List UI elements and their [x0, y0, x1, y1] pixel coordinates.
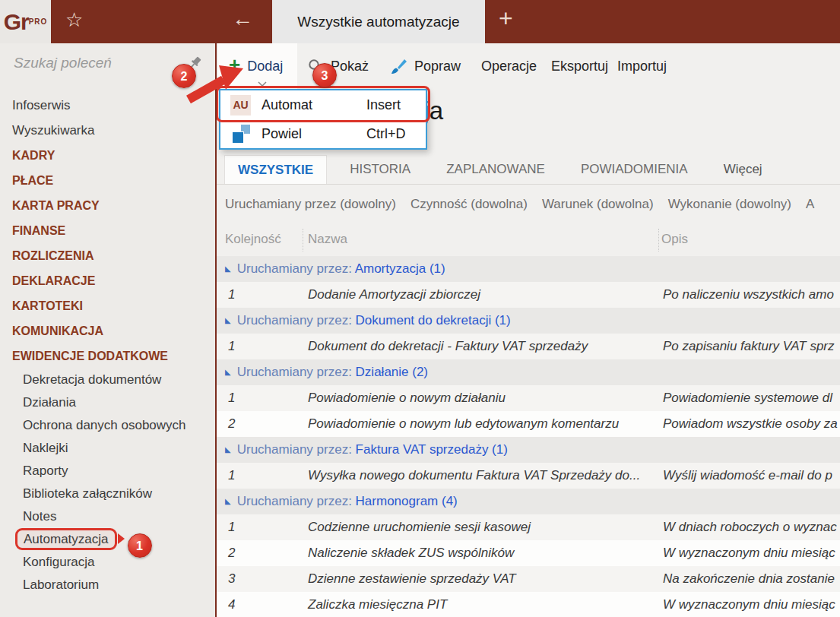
sidebar-item-laboratorium[interactable]: Laboratorium — [0, 574, 215, 596]
filter-wykonanie-dowolny-[interactable]: Wykonanie (dowolny) — [668, 197, 791, 211]
add-button[interactable]: + Dodaj — [218, 43, 297, 89]
table-row[interactable]: 1Wysyłka nowego dokumentu Faktura VAT Sp… — [217, 463, 840, 489]
annotation-badge-1: 1 — [128, 533, 152, 558]
import-button-label: Importuj — [617, 59, 667, 74]
operations-button[interactable]: Operacje — [481, 43, 537, 89]
menu-item-automat[interactable]: AU Automat Insert — [220, 90, 426, 119]
show-button[interactable]: Pokaż — [308, 43, 369, 89]
table-row[interactable]: 3Dzienne zestawienie sprzedaży VATNa zak… — [217, 566, 840, 592]
table-row[interactable]: 4Zaliczka miesięczna PITW wyznaczonym dn… — [217, 592, 840, 617]
sidebar-item-label: DEKLARACJE — [12, 274, 95, 287]
sidebar-item-deklaracje[interactable]: DEKLARACJE — [0, 268, 215, 293]
column-header-name[interactable]: Nazwa — [308, 232, 347, 247]
cell-desc: Na zakończenie dnia zostanie — [663, 566, 835, 592]
sidebar-item-label: Konfiguracja — [23, 555, 95, 569]
column-header-order[interactable]: Kolejność — [225, 232, 281, 247]
sidebar-item-płace[interactable]: PŁACE — [0, 168, 215, 193]
tab-powiadomienia[interactable]: POWIADOMIENIA — [568, 155, 701, 184]
tab-historia[interactable]: HISTORIA — [337, 155, 423, 184]
sidebar-item-karta-pracy[interactable]: KARTA PRACY — [0, 193, 215, 218]
cell-name: Powiadomienie o nowym lub edytowanym kom… — [308, 411, 619, 437]
cell-desc: W wyznaczonym dniu miesiąc — [663, 540, 835, 566]
automat-icon: AU — [230, 95, 251, 115]
group-header-działanie[interactable]: ◣Uruchamiany przez: Działanie (2) — [217, 359, 840, 385]
table-row[interactable]: 1Dodanie Amortyzacji zbiorczejPo nalicze… — [217, 282, 840, 308]
search-input[interactable] — [12, 54, 179, 72]
import-button[interactable]: Importuj — [617, 43, 667, 89]
sidebar-item-ewidencje-dodatkowe[interactable]: EWIDENCJE DODATKOWE — [0, 343, 215, 369]
filter-warunek-dowolna-[interactable]: Warunek (dowolna) — [542, 197, 654, 211]
sidebar-item-biblioteka-załączników[interactable]: Biblioteka załączników — [0, 483, 215, 505]
sidebar-item-infoserwis[interactable]: Infoserwis — [0, 93, 215, 118]
magnifier-icon — [308, 59, 324, 74]
table-row[interactable]: 2Powiadomienie o nowym lub edytowanym ko… — [217, 411, 840, 437]
sidebar-item-ochrona-danych-osobowych[interactable]: Ochrona danych osobowych — [0, 414, 215, 437]
sidebar-item-label: Działania — [23, 395, 76, 410]
group-prefix: Uruchamiany przez: — [237, 442, 356, 457]
collapse-triangle-icon[interactable]: ◣ — [225, 316, 231, 324]
cell-desc: Po zapisaniu faktury VAT sprz — [663, 334, 835, 359]
operations-button-label: Operacje — [481, 59, 537, 74]
filter-a[interactable]: A — [806, 197, 814, 211]
new-tab-plus-icon[interactable]: + — [499, 5, 513, 33]
table-row[interactable]: 1Codzienne uruchomienie sesji kasowejW d… — [217, 514, 840, 540]
pin-icon[interactable] — [189, 55, 203, 70]
tab-zaplanowane[interactable]: ZAPLANOWANE — [433, 155, 558, 184]
back-arrow-icon[interactable]: ← — [232, 7, 253, 31]
export-button[interactable]: Eksportuj — [551, 43, 608, 89]
sidebar-item-kartoteki[interactable]: KARTOTEKI — [0, 293, 215, 318]
table-row[interactable]: 2Naliczenie składek ZUS wspólnikówW wyzn… — [217, 540, 840, 566]
brush-icon — [390, 58, 407, 74]
sidebar-item-automatyzacja[interactable]: Automatyzacja1 — [0, 528, 215, 551]
menu-item-label: Automat — [262, 97, 312, 113]
menu-item-powiel[interactable]: Powiel Ctrl+D — [220, 119, 426, 148]
cell-order: 1 — [228, 282, 235, 308]
sidebar-item-komunikacja[interactable]: KOMUNIKACJA — [0, 318, 215, 343]
collapse-triangle-icon[interactable]: ◣ — [225, 264, 231, 273]
collapse-triangle-icon[interactable]: ◣ — [225, 368, 231, 376]
sidebar-item-label: KOMUNIKACJA — [12, 324, 103, 337]
tab-więcej[interactable]: Więcej — [711, 155, 775, 184]
tab-wszystkie[interactable]: WSZYSTKIE — [224, 155, 327, 184]
sidebar-item-label: PŁACE — [12, 174, 53, 187]
sidebar-item-konfiguracja[interactable]: Konfiguracja — [0, 551, 215, 574]
sidebar-item-działania[interactable]: Działania — [0, 391, 215, 414]
table-header: Kolejność Nazwa Opis — [217, 226, 840, 255]
group-header-amortyzacja[interactable]: ◣Uruchamiany przez: Amortyzacja (1) — [217, 256, 840, 282]
sidebar-item-raporty[interactable]: Raporty — [0, 460, 215, 483]
filter-czynność-dowolna-[interactable]: Czynność (dowolna) — [410, 197, 528, 211]
column-separator — [658, 229, 659, 252]
sidebar-item-finanse[interactable]: FINANSE — [0, 218, 215, 243]
sidebar-item-naklejki[interactable]: Naklejki — [0, 437, 215, 460]
group-prefix: Uruchamiany przez: — [237, 313, 356, 327]
collapse-triangle-icon[interactable]: ◣ — [225, 497, 231, 505]
sidebar-item-rozliczenia[interactable]: ROZLICZENIA — [0, 243, 215, 268]
favorites-star-icon[interactable]: ☆ — [65, 8, 83, 32]
chevron-down-icon[interactable] — [258, 81, 267, 87]
cell-desc: Wyślij wiadomość e-mail do p — [663, 463, 832, 489]
table-row[interactable]: 1Powiadomienie o nowym działaniuPowiadom… — [217, 385, 840, 411]
group-header-harmonogram[interactable]: ◣Uruchamiany przez: Harmonogram (4) — [217, 489, 840, 514]
sidebar-item-label: Biblioteka załączników — [23, 486, 152, 501]
sidebar-item-notes[interactable]: Notes — [0, 505, 215, 528]
sidebar-item-kadry[interactable]: KADRY — [0, 143, 215, 168]
app-window: GrPRO ☆ ← Wszystkie automatyzacje + Info… — [0, 0, 840, 617]
sidebar-item-wyszukiwarka[interactable]: Wyszukiwarka — [0, 118, 215, 143]
column-header-desc[interactable]: Opis — [661, 232, 688, 247]
table-row[interactable]: 1Dokument do dekretacji - Faktury VAT sp… — [217, 334, 840, 359]
toolbar: + Dodaj Pokaż Popraw — [217, 43, 840, 89]
duplicate-icon — [230, 124, 251, 144]
collapse-triangle-icon[interactable]: ◣ — [225, 445, 231, 454]
edit-button[interactable]: Popraw — [390, 43, 461, 89]
cell-desc: W dniach roboczych o wyznac — [663, 514, 837, 540]
cell-desc: W wyznaczonym dniu miesiąc — [663, 592, 835, 617]
filter-uruchamiany-przez-dowolny-[interactable]: Uruchamiany przez (dowolny) — [225, 197, 396, 211]
cell-order: 2 — [228, 540, 235, 566]
group-header-dokument-do-dekretacji[interactable]: ◣Uruchamiany przez: Dokument do dekretac… — [217, 308, 840, 334]
filter-bar: Uruchamiany przez (dowolny)Czynność (dow… — [225, 188, 840, 221]
sidebar-item-label: Raporty — [23, 464, 68, 478]
sidebar-item-dekretacja-dokumentów[interactable]: Dekretacja dokumentów — [0, 369, 215, 391]
group-header-faktura-vat-sprzedaży[interactable]: ◣Uruchamiany przez: Faktura VAT sprzedaż… — [217, 437, 840, 463]
group-value: Harmonogram (4) — [356, 494, 458, 508]
window-tab[interactable]: Wszystkie automatyzacje — [272, 0, 485, 43]
